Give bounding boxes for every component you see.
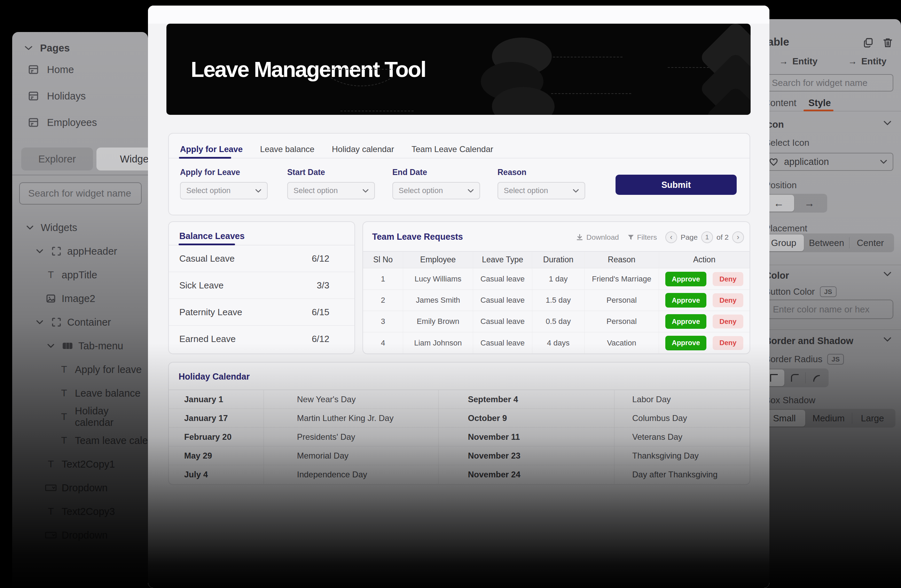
cell-duration: 1 day bbox=[532, 269, 584, 289]
end-date-select[interactable]: Select option bbox=[392, 182, 480, 199]
table-row[interactable]: 2 James Smith Casual leave 1.5 day Perso… bbox=[363, 290, 750, 311]
arrow-right-icon: → bbox=[779, 56, 788, 67]
button-color-input[interactable] bbox=[773, 304, 890, 315]
placement-between-button[interactable]: Between bbox=[804, 235, 849, 251]
prev-page-button[interactable]: ‹ bbox=[665, 231, 677, 243]
tree-item-text2copy3[interactable]: T Text2Copy3 bbox=[12, 499, 148, 523]
leave-type: Earned Leave bbox=[179, 334, 236, 344]
shadow-medium-button[interactable]: Medium bbox=[805, 410, 852, 426]
widget-search-input[interactable] bbox=[20, 183, 141, 204]
tree-item-label: Image2 bbox=[62, 293, 95, 305]
table-header-row: Sl No Employee Leave Type Duration Reaso… bbox=[363, 252, 750, 268]
text-icon: T bbox=[58, 364, 70, 375]
position-right-button[interactable]: → bbox=[794, 195, 825, 212]
placement-center-button[interactable]: Center bbox=[850, 235, 891, 251]
apply-for-leave-select[interactable]: Select option bbox=[180, 182, 268, 199]
tree-item-dropdown-2[interactable]: Dropdown bbox=[12, 523, 148, 547]
icon-select[interactable]: application bbox=[762, 153, 893, 171]
tree-item-holiday-calendar[interactable]: T Holiday calendar bbox=[12, 405, 148, 429]
holiday-date: October 9 bbox=[438, 409, 614, 427]
entity-link-1[interactable]: → Entity bbox=[779, 56, 817, 67]
table-row[interactable]: 3 Emily Brown Casual leave 0.5 day Perso… bbox=[363, 311, 750, 332]
approve-button[interactable]: Approve bbox=[665, 293, 706, 308]
cell-action: Approve Deny bbox=[659, 290, 750, 311]
tree-item-widgets[interactable]: Widgets bbox=[12, 216, 148, 240]
pages-section-header[interactable]: Pages bbox=[23, 40, 70, 56]
tab-explorer[interactable]: Explorer bbox=[21, 148, 93, 171]
tree-item-container[interactable]: Container bbox=[12, 310, 148, 334]
app-builder-screen: Pages Home Holidays Employees bbox=[0, 0, 901, 588]
chevron-down-icon bbox=[34, 316, 45, 328]
banner-decoration bbox=[551, 93, 631, 94]
tab-widgets[interactable]: Widgets bbox=[97, 148, 148, 171]
team-leave-requests-card: Team Leave Requests Download Filters ‹ P… bbox=[362, 221, 750, 354]
tree-item-tab-menu[interactable]: Tab-menu bbox=[12, 334, 148, 358]
balance-rows: Casual Leave 6/12 Sick Leave 3/3 Paterni… bbox=[169, 245, 354, 352]
banner-decoration bbox=[546, 57, 622, 58]
entity-link-2[interactable]: → Entity bbox=[848, 56, 886, 67]
approve-button[interactable]: Approve bbox=[665, 314, 706, 329]
shadow-large-button[interactable]: Large bbox=[852, 410, 893, 426]
tree-item-image2[interactable]: Image2 bbox=[12, 287, 148, 310]
border-radius-control bbox=[762, 369, 829, 387]
sidebar-item-employees[interactable]: Employees bbox=[12, 109, 148, 136]
holiday-name: Day after Thanksgiving bbox=[614, 465, 750, 484]
placement-group-button[interactable]: Group bbox=[764, 235, 804, 251]
radius-medium-button[interactable] bbox=[784, 370, 805, 386]
property-search-input[interactable] bbox=[772, 78, 889, 89]
holiday-date: November 24 bbox=[438, 465, 614, 484]
tree-item-team-leave-calendar[interactable]: T Team leave calendar bbox=[12, 429, 148, 452]
holiday-name: Thanksgiving Day bbox=[614, 446, 750, 465]
tab-leave-balance[interactable]: Leave balance bbox=[260, 145, 314, 154]
start-date-select[interactable]: Select option bbox=[287, 182, 375, 199]
tab-holiday-calendar[interactable]: Holiday calendar bbox=[332, 145, 394, 154]
tab-style[interactable]: Style bbox=[808, 98, 831, 109]
cell-employee: James Smith bbox=[403, 290, 473, 311]
deny-button[interactable]: Deny bbox=[712, 314, 743, 328]
chevron-down-icon[interactable] bbox=[884, 121, 891, 127]
approve-button[interactable]: Approve bbox=[665, 272, 706, 286]
download-button[interactable]: Download bbox=[576, 233, 619, 241]
tree-item-label: Holiday calendar bbox=[75, 405, 148, 428]
next-page-button[interactable]: › bbox=[732, 231, 744, 243]
js-toggle-badge[interactable]: JS bbox=[820, 286, 837, 297]
delete-widget-button[interactable] bbox=[882, 37, 894, 49]
filters-button[interactable]: Filters bbox=[627, 233, 657, 241]
holiday-date: January 17 bbox=[169, 409, 263, 427]
deny-button[interactable]: Deny bbox=[712, 293, 743, 307]
deny-button[interactable]: Deny bbox=[712, 336, 743, 350]
table-row[interactable]: 1 Lucy Williams Casual leave 1 day Frien… bbox=[363, 269, 750, 290]
balance-row: Paternity Leave 6/15 bbox=[169, 299, 354, 326]
chevron-down-icon bbox=[45, 340, 57, 352]
tree-item-apptitle[interactable]: T appTitle bbox=[12, 263, 148, 287]
approve-button[interactable]: Approve bbox=[665, 336, 706, 350]
tree-item-appheader[interactable]: appHeader bbox=[12, 240, 148, 263]
sidebar-item-home[interactable]: Home bbox=[12, 56, 148, 83]
chevron-down-icon[interactable] bbox=[884, 272, 891, 278]
tab-team-leave-calendar[interactable]: Team Leave Calendar bbox=[412, 145, 493, 154]
submit-button[interactable]: Submit bbox=[616, 175, 737, 195]
entity-link-label: Entity bbox=[861, 56, 886, 67]
tab-explorer-label: Explorer bbox=[38, 154, 76, 165]
radius-large-button[interactable] bbox=[806, 370, 826, 386]
page-icon bbox=[28, 90, 39, 102]
sidebar-item-label: Home bbox=[47, 64, 74, 76]
tree-item-text2copy1[interactable]: T Text2Copy1 bbox=[12, 452, 148, 476]
page-number-badge[interactable]: 1 bbox=[701, 231, 713, 243]
tab-apply-for-leave[interactable]: Apply for Leave bbox=[180, 145, 243, 154]
arrow-right-icon: → bbox=[804, 197, 815, 209]
js-toggle-badge[interactable]: JS bbox=[827, 354, 844, 365]
deny-button[interactable]: Deny bbox=[712, 272, 743, 286]
reason-select[interactable]: Select option bbox=[497, 182, 585, 199]
tree-item-apply-for-leave[interactable]: T Apply for leave bbox=[12, 358, 148, 381]
tree-item-dropdown[interactable]: Dropdown bbox=[12, 476, 148, 499]
cell-action: Approve Deny bbox=[659, 332, 750, 353]
tree-item-leave-balance[interactable]: T Leave balance bbox=[12, 381, 148, 405]
sidebar-item-holidays[interactable]: Holidays bbox=[12, 83, 148, 109]
table-row[interactable]: 4 Liam Johnson Casual leave 4 days Vacat… bbox=[363, 332, 750, 353]
copy-widget-button[interactable] bbox=[862, 37, 874, 49]
cell-leave-type: Casual leave bbox=[473, 332, 532, 353]
chevron-down-icon[interactable] bbox=[884, 337, 891, 344]
tabs-icon bbox=[62, 340, 73, 352]
shadow-small-button[interactable]: Small bbox=[764, 410, 805, 426]
